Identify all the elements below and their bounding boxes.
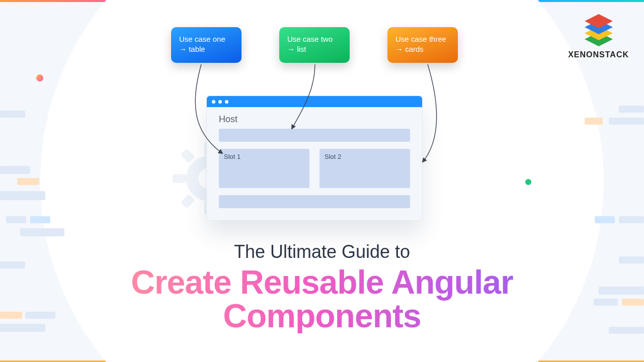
host-slot-1: Slot 1 <box>219 149 309 188</box>
svg-rect-7 <box>180 194 195 209</box>
card-line: Use case one <box>179 34 233 44</box>
decorative-dot-green <box>525 179 531 185</box>
host-label: Host <box>219 114 410 125</box>
use-case-card-blue: Use case one → table <box>171 27 242 63</box>
host-window: Host Slot 1 Slot 2 <box>206 96 423 221</box>
title-line: Create Reusable Angular <box>131 263 513 301</box>
card-line: Use case two <box>287 34 342 44</box>
card-line: Use case three <box>395 34 450 44</box>
brand-logo: XENONSTACK <box>568 12 629 59</box>
window-titlebar <box>207 96 422 107</box>
title-block: The Ultimate Guide to Create Reusable An… <box>0 241 644 333</box>
host-bar-bottom <box>219 195 410 208</box>
use-case-card-orange: Use case three → cards <box>387 27 458 63</box>
window-dot <box>218 100 222 104</box>
card-line: → list <box>287 44 342 54</box>
svg-rect-5 <box>180 148 195 163</box>
xenonstack-icon <box>579 12 619 48</box>
brand-name: XENONSTACK <box>568 50 629 59</box>
title-line: Components <box>223 297 421 334</box>
title-main: Create Reusable Angular Components <box>131 265 513 333</box>
card-line: → table <box>179 44 233 54</box>
host-slot-2: Slot 2 <box>319 149 410 188</box>
window-dot <box>225 100 228 104</box>
decorative-dot-gradient <box>36 74 43 81</box>
host-bar-top <box>219 129 410 142</box>
use-case-card-green: Use case two → list <box>279 27 350 63</box>
window-dot <box>212 100 215 104</box>
card-line: → cards <box>395 44 450 54</box>
title-subheading: The Ultimate Guide to <box>0 241 644 262</box>
svg-rect-3 <box>173 174 186 183</box>
